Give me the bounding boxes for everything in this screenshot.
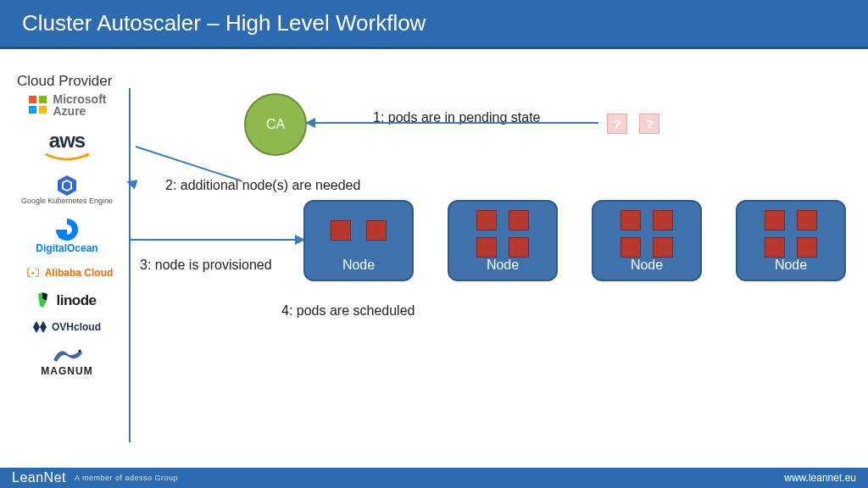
pod [509, 210, 529, 230]
arrow-1-line [314, 122, 598, 124]
provider-azure: Microsoft Azure [28, 93, 107, 117]
pod [509, 237, 529, 258]
svg-rect-2 [29, 106, 36, 114]
gke-label: Google Kubernetes Engine [21, 197, 113, 205]
provider-digitalocean: DigitalOcean [36, 217, 97, 254]
pod [653, 210, 673, 230]
svg-rect-8 [58, 235, 62, 238]
pod [653, 237, 673, 258]
pod [765, 237, 785, 258]
linode-label: linode [56, 292, 96, 309]
pods-grid [737, 210, 844, 258]
svg-rect-0 [29, 96, 36, 103]
svg-rect-3 [39, 106, 47, 114]
footer-brand: LeanNet A member of adesso Group [12, 470, 178, 485]
magnum-label: MAGNUM [41, 365, 92, 377]
magnum-icon [50, 345, 84, 365]
svg-marker-11 [39, 299, 47, 308]
pod [366, 220, 387, 241]
provider-aws: aws [44, 129, 90, 163]
node-label: Node [631, 258, 663, 273]
pod [620, 210, 641, 230]
arrow-2-head-icon [125, 176, 137, 189]
provider-magnum: MAGNUM [41, 345, 92, 377]
digitalocean-icon [54, 217, 80, 242]
pod [476, 237, 497, 258]
pods-grid [593, 210, 700, 258]
cloud-provider-list: Microsoft Azure aws Google Kubernetes En… [14, 93, 120, 377]
node-label: Node [775, 258, 807, 273]
pod [797, 237, 817, 258]
pods-grid [449, 210, 556, 258]
svg-marker-6 [64, 181, 70, 190]
pod [331, 220, 351, 241]
pod [476, 210, 497, 230]
ovh-icon [33, 321, 47, 333]
digitalocean-label: DigitalOcean [36, 242, 97, 254]
svg-marker-12 [33, 321, 40, 333]
pods-grid [305, 220, 412, 241]
nodes-row: Node Node Node [303, 200, 846, 281]
pod [765, 210, 785, 230]
ovh-label: OVHcloud [52, 321, 101, 333]
footer-url: www.leannet.eu [784, 472, 856, 484]
aws-label: aws [49, 129, 85, 152]
brand-tagline: A member of adesso Group [75, 474, 178, 482]
svg-rect-1 [39, 96, 47, 103]
svg-marker-13 [40, 321, 47, 333]
page-title: Cluster Autoscaler – High Level Workflow [22, 10, 426, 36]
provider-ovh: OVHcloud [33, 321, 101, 333]
cloud-provider-heading: Cloud Provider [17, 73, 112, 90]
arrow-3-line [131, 239, 297, 241]
node-label: Node [487, 258, 519, 273]
step-3-label: 3: node is provisioned [140, 258, 272, 273]
provider-gke: Google Kubernetes Engine [21, 175, 113, 205]
pod [797, 210, 817, 230]
ca-label: CA [266, 117, 285, 132]
diagram-area: Cloud Provider Microsoft Azure aws [0, 51, 868, 468]
brand-name: LeanNet [12, 470, 66, 485]
title-bar: Cluster Autoscaler – High Level Workflow [0, 0, 868, 49]
step-2-label: 2: additional node(s) are needed [165, 178, 360, 193]
cluster-autoscaler-node: CA [244, 93, 307, 156]
vertical-divider [129, 88, 131, 442]
node-box: Node [303, 200, 414, 281]
aws-smile-icon [44, 152, 90, 163]
footer-bar: LeanNet A member of adesso Group www.lea… [0, 468, 868, 488]
node-box: Node [736, 200, 846, 281]
provider-linode: linode [37, 292, 96, 309]
gke-icon [56, 175, 78, 197]
linode-icon [37, 292, 51, 309]
arrow-2-line [136, 146, 242, 182]
pod [620, 237, 641, 258]
pending-pod: ? [639, 114, 659, 134]
node-label: Node [342, 258, 375, 273]
svg-rect-7 [62, 230, 67, 235]
node-box: Node [592, 200, 702, 281]
arrow-1-head-icon [305, 118, 315, 128]
node-box: Node [448, 200, 558, 281]
azure-label: Microsoft Azure [53, 93, 107, 117]
provider-alibaba: 〔-〕Alibaba Cloud [21, 266, 114, 280]
azure-icon [28, 95, 48, 115]
svg-point-14 [78, 350, 81, 352]
pending-pod: ? [607, 114, 627, 134]
step-4-label: 4: pods are scheduled [281, 303, 415, 319]
